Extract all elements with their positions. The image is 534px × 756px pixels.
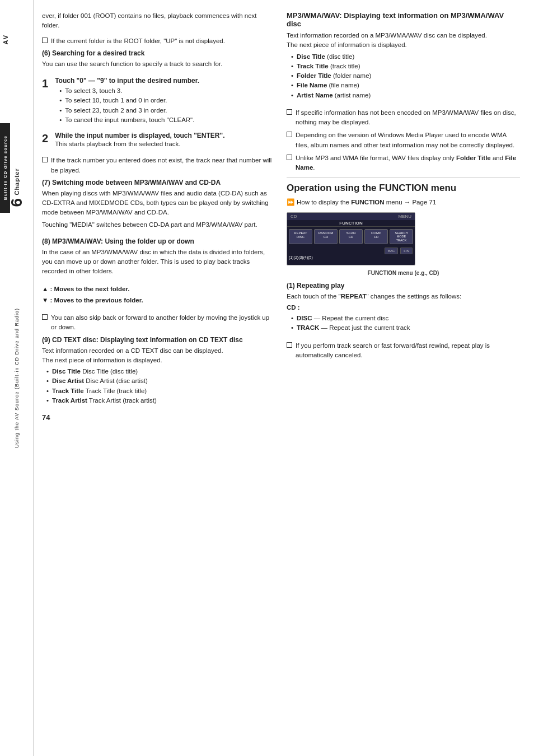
menu-bottom-bac[interactable]: BAC bbox=[385, 248, 398, 254]
repeat-bullet-2: TRACK — Repeat just the current track bbox=[291, 323, 520, 333]
function-arrow-text: How to display the FUNCTION menu → Page … bbox=[297, 198, 436, 207]
step-2-block: 2 While the input number is displayed, t… bbox=[42, 132, 275, 149]
menu-btn-random[interactable]: RANDOMCD bbox=[314, 229, 338, 245]
function-caption: FUNCTION menu (e.g., CD) bbox=[287, 270, 520, 276]
sidebar-using: Using the AV Source (Built-in CD Drive a… bbox=[0, 308, 34, 448]
step-1-block: 1 Touch "0" — "9" to input the desired n… bbox=[42, 77, 275, 125]
cd-bullet-4: Track Artist Track Artist (track artist) bbox=[46, 396, 275, 405]
arrow-down: ▼ : Moves to the previous folder. bbox=[42, 296, 275, 305]
section-8-title: (8) MP3/WMA/WAV: Using the folder up or … bbox=[42, 237, 275, 245]
section-7-title: (7) Switching mode between MP3/WMA/WAV a… bbox=[42, 179, 275, 186]
menu-bottom-fin[interactable]: FIN bbox=[400, 248, 413, 254]
section-9-mp3-body: Text information recorded on a MP3/WMA/W… bbox=[287, 31, 520, 40]
repeating-play-cd-label: CD : bbox=[287, 303, 520, 312]
menu-btn-search[interactable]: SEARCHMODETRACK bbox=[390, 229, 413, 245]
arrows-section: ▲ : Moves to the next folder. ▼ : Moves … bbox=[42, 284, 275, 306]
menu-label-1: (1) bbox=[289, 255, 294, 259]
menu-label-2: (2) bbox=[294, 255, 299, 259]
function-menu-image: CD MENU FUNCTION REPEATDISC RANDOMCD SCA… bbox=[287, 212, 415, 265]
section-8: (8) MP3/WMA/WAV: Using the folder up or … bbox=[42, 237, 275, 277]
page-container: AV Built-in CD drive source Chapter 6 Us… bbox=[0, 0, 534, 756]
checkbox-item-2: If the track number you entered does not… bbox=[42, 156, 275, 175]
sidebar-av-label: AV bbox=[2, 34, 9, 44]
checkbox-right-text-3: Unlike MP3 and WMA file format, WAV file… bbox=[296, 153, 520, 173]
section-6-title: (6) Searching for a desired track bbox=[42, 49, 275, 57]
repeat-bullet-1: DISC — Repeat the current disc bbox=[291, 314, 520, 323]
sidebar-chapter: Chapter 6 bbox=[0, 168, 34, 207]
sidebar-chapter-number: 6 bbox=[8, 198, 26, 207]
mp3-bullet-1: Disc Title (disc title) bbox=[291, 52, 520, 62]
divider bbox=[287, 177, 520, 178]
menu-buttons-row: REPEATDISC RANDOMCD SCANCD COMPCD SEARCH… bbox=[287, 227, 415, 247]
menu-header-right: MENU bbox=[398, 214, 411, 219]
checkbox-text-2: If the track number you entered does not… bbox=[51, 156, 275, 175]
checkbox-right-icon-3 bbox=[287, 155, 292, 160]
checkbox-right-icon-1 bbox=[287, 109, 292, 115]
section-6: (6) Searching for a desired track You ca… bbox=[42, 49, 275, 69]
section-7-body2: Touching "MEDIA" switches between CD-DA … bbox=[42, 220, 275, 230]
checkbox-text-1: If the current folder is the ROOT folder… bbox=[51, 36, 225, 46]
mp3-bullets: Disc Title (disc title) Track Title (tra… bbox=[287, 52, 520, 100]
section-9-mp3: MP3/WMA/WAV: Displaying text information… bbox=[287, 11, 520, 100]
checkbox-icon-1 bbox=[42, 38, 48, 43]
section-9-cd-body: Text information recorded on a CD TEXT d… bbox=[42, 346, 275, 356]
checkbox-icon-2 bbox=[42, 157, 48, 162]
checkbox-right-icon-2 bbox=[287, 132, 292, 137]
function-arrow: ⏩ How to display the FUNCTION menu → Pag… bbox=[287, 198, 520, 207]
menu-label-4: (4) bbox=[303, 255, 308, 259]
section-9-cd-title: (9) CD TEXT disc: Displaying text inform… bbox=[42, 336, 275, 344]
right-column: MP3/WMA/WAV: Displaying text information… bbox=[287, 11, 520, 745]
checkbox-right-1: If specific information has not been enc… bbox=[287, 108, 520, 128]
intro-text: ever, if folder 001 (ROOT) contains no f… bbox=[42, 11, 275, 31]
repeating-play-section: (1) Repeating play Each touch of the "RE… bbox=[287, 282, 520, 333]
step-1-title: Touch "0" — "9" to input the desired num… bbox=[55, 77, 199, 85]
section-7-body1: When playing discs with MP3/WMA/WAV file… bbox=[42, 189, 275, 218]
cd-bullet-1: Disc Title Disc Title (disc title) bbox=[46, 367, 275, 376]
mp3-bullet-2: Track Title (track title) bbox=[291, 62, 520, 71]
sidebar-chapter-label: Chapter bbox=[13, 168, 20, 195]
cd-bullet-2: Disc Artist Disc Artist (disc artist) bbox=[46, 376, 275, 386]
main-content: ever, if folder 001 (ROOT) contains no f… bbox=[34, 0, 534, 756]
arrow-up-text: ▲ : Moves to the next folder. bbox=[42, 284, 129, 294]
menu-bottom-row: BAC FIN bbox=[287, 246, 415, 255]
menu-label-3: (3) bbox=[298, 255, 303, 259]
arrow-up: ▲ : Moves to the next folder. bbox=[42, 284, 275, 294]
step-2-number: 2 bbox=[42, 132, 48, 145]
step-1-number: 1 bbox=[42, 77, 48, 90]
step-1-bullet-2: To select 10, touch 1 and 0 in order. bbox=[59, 96, 199, 105]
menu-btn-repeat[interactable]: REPEATDISC bbox=[289, 229, 312, 245]
step-1-bullet-3: To select 23, touch 2 and 3 in order. bbox=[59, 106, 199, 115]
mp3-bullet-4: File Name (file name) bbox=[291, 81, 520, 90]
step-1-bullet-4: To cancel the input numbers, touch "CLEA… bbox=[59, 115, 199, 125]
section-9-mp3-title: MP3/WMA/WAV: Displaying text information… bbox=[287, 11, 520, 28]
checkbox-item-1: If the current folder is the ROOT folder… bbox=[42, 36, 275, 46]
checkbox-right-text-4: If you perform track search or fast forw… bbox=[296, 341, 520, 361]
sidebar-av: AV bbox=[0, 22, 11, 56]
section-8-body: In the case of an MP3/WMA/WAV disc in wh… bbox=[42, 248, 275, 277]
arrow-down-text: ▼ : Moves to the previous folder. bbox=[42, 296, 143, 305]
checkbox-right-4: If you perform track search or fast forw… bbox=[287, 341, 520, 361]
menu-labels: (1) (2) (3) (4) (5) bbox=[287, 255, 415, 259]
section-9-mp3-next: The next piece of information is display… bbox=[287, 40, 520, 50]
repeating-play-title: (1) Repeating play bbox=[287, 282, 520, 290]
menu-header-left: CD bbox=[291, 214, 297, 219]
section-7: (7) Switching mode between MP3/WMA/WAV a… bbox=[42, 179, 275, 230]
checkbox-right-text-1: If specific information has not been enc… bbox=[296, 108, 520, 128]
step-1-content: Touch "0" — "9" to input the desired num… bbox=[55, 77, 199, 125]
page-number: 74 bbox=[42, 413, 275, 422]
menu-btn-comp[interactable]: COMPCD bbox=[364, 229, 388, 245]
sidebar: AV Built-in CD drive source Chapter 6 Us… bbox=[0, 0, 34, 756]
checkbox-icon-3 bbox=[42, 314, 48, 320]
checkbox-item-3: You can also skip back or forward to ano… bbox=[42, 313, 275, 333]
step-2-body: This starts playback from the selected t… bbox=[55, 139, 224, 149]
checkbox-text-3: You can also skip back or forward to ano… bbox=[51, 313, 275, 333]
step-2-title: While the input number is displayed, tou… bbox=[55, 132, 224, 139]
function-heading: Operation using the FUNCTION menu bbox=[287, 182, 520, 194]
menu-btn-scan[interactable]: SCANCD bbox=[339, 229, 363, 245]
sidebar-using-label: Using the AV Source (Built-in CD Drive a… bbox=[14, 308, 20, 448]
menu-function-label: FUNCTION bbox=[287, 220, 415, 227]
menu-label-5: (5) bbox=[308, 255, 313, 259]
section-9-cd-next: The next piece of information is display… bbox=[42, 356, 275, 365]
section-6-body: You can use the search function to speci… bbox=[42, 59, 275, 69]
cd-bullet-3: Track Title Track Title (track title) bbox=[46, 386, 275, 396]
